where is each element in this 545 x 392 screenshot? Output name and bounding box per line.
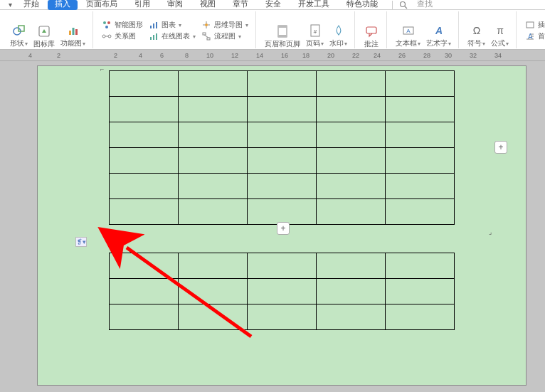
table-add-row-handle[interactable]: + bbox=[277, 222, 290, 235]
svg-rect-19 bbox=[156, 33, 157, 40]
menu-bar: ▾ 开始 插入 页面布局 引用 审阅 视图 章节 安全 开发工具 特色功能 查找 bbox=[0, 0, 545, 10]
page-number-button[interactable]: # 页码 bbox=[303, 13, 327, 48]
insert-attachment-button[interactable]: 插入附件 bbox=[525, 20, 545, 30]
svg-rect-16 bbox=[156, 22, 157, 28]
tab-references[interactable]: 引用 bbox=[126, 0, 159, 10]
table-row bbox=[110, 253, 455, 279]
svg-text:Ω: Ω bbox=[472, 25, 480, 36]
attachment-icon bbox=[525, 20, 535, 30]
page-number-label: 页码 bbox=[306, 39, 324, 48]
dropcap-button[interactable]: A首字下 bbox=[525, 31, 545, 41]
svg-rect-29 bbox=[278, 26, 287, 28]
search-input[interactable]: 查找 bbox=[408, 0, 441, 10]
table-row bbox=[110, 148, 455, 174]
tab-start[interactable]: 开始 bbox=[15, 0, 48, 10]
online-chart-icon bbox=[149, 31, 159, 41]
chart-button[interactable]: 图表 bbox=[149, 20, 196, 30]
svg-point-0 bbox=[401, 1, 406, 6]
text-cursor bbox=[112, 234, 112, 245]
wordart-button[interactable]: A 艺术字 bbox=[423, 13, 454, 48]
chart-icon bbox=[149, 20, 159, 30]
symbol-icon: Ω bbox=[470, 23, 484, 38]
header-footer-label: 页眉和页脚 bbox=[265, 40, 300, 48]
corner-marker-tl: ⌐ bbox=[100, 65, 109, 74]
shapes-button[interactable]: 形状 bbox=[7, 13, 31, 48]
textbox-label: 文本框 bbox=[396, 39, 420, 48]
wordart-label: 艺术字 bbox=[426, 39, 451, 48]
svg-text:A: A bbox=[406, 28, 411, 34]
svg-line-1 bbox=[405, 6, 407, 9]
flowchart-button[interactable]: 流程图 bbox=[201, 31, 248, 41]
paragraph-options-button[interactable]: ❡▾ bbox=[75, 237, 87, 247]
table-1[interactable] bbox=[109, 70, 455, 225]
tab-insert[interactable]: 插入 bbox=[48, 0, 78, 10]
table-row bbox=[110, 71, 455, 97]
online-chart-button[interactable]: 在线图表 bbox=[149, 31, 196, 41]
tab-special[interactable]: 特色功能 bbox=[338, 0, 386, 10]
mindmap-button[interactable]: 思维导图 bbox=[201, 20, 248, 30]
watermark-icon bbox=[332, 23, 346, 38]
function-chart-button[interactable]: 功能图 bbox=[58, 13, 88, 48]
watermark-button[interactable]: 水印 bbox=[327, 13, 350, 48]
ribbon-group-shapes: 形状 图标库 功能图 bbox=[3, 11, 93, 48]
svg-line-27 bbox=[204, 35, 208, 38]
tab-security[interactable]: 安全 bbox=[257, 0, 290, 10]
search-icon[interactable] bbox=[398, 0, 408, 10]
table-row bbox=[110, 97, 455, 122]
svg-point-10 bbox=[105, 26, 108, 28]
svg-point-20 bbox=[205, 23, 208, 26]
ribbon-group-attach: 插入附件 A首字下 bbox=[518, 11, 545, 48]
svg-rect-17 bbox=[150, 37, 152, 40]
shapes-label: 形状 bbox=[10, 39, 28, 48]
table-2[interactable] bbox=[109, 253, 455, 330]
svg-rect-39 bbox=[527, 22, 534, 28]
svg-text:π: π bbox=[497, 25, 504, 36]
mindmap-icon bbox=[201, 20, 211, 30]
header-footer-button[interactable]: 页眉和页脚 bbox=[262, 13, 303, 48]
table-row bbox=[110, 279, 455, 304]
table-add-column-handle[interactable]: + bbox=[494, 141, 507, 154]
svg-text:#: # bbox=[313, 28, 317, 35]
vertical-ruler[interactable] bbox=[0, 61, 11, 392]
textbox-button[interactable]: A 文本框 bbox=[393, 13, 423, 48]
svg-rect-33 bbox=[366, 27, 376, 33]
icon-library-icon bbox=[37, 24, 51, 38]
ribbon-group-charts: 智能图形 关系图 图表 在线图表 思维导图 流程图 bbox=[95, 11, 256, 48]
comment-label: 批注 bbox=[364, 40, 379, 48]
table-row bbox=[110, 304, 455, 330]
tab-page-layout[interactable]: 页面布局 bbox=[78, 0, 126, 10]
comment-button[interactable]: 批注 bbox=[361, 13, 382, 48]
file-menu-dropdown[interactable]: ▾ bbox=[6, 1, 15, 9]
document-area: ⌐ ⌟ ❡▾ bbox=[0, 61, 545, 392]
smart-art-button[interactable]: 智能图形 bbox=[102, 20, 143, 30]
ribbon-group-text: A 文本框 A 艺术字 bbox=[388, 11, 459, 48]
separator bbox=[392, 1, 393, 9]
icon-library-label: 图标库 bbox=[33, 40, 55, 48]
svg-rect-14 bbox=[150, 26, 152, 28]
tab-dev-tools[interactable]: 开发工具 bbox=[290, 0, 338, 10]
tab-view[interactable]: 视图 bbox=[191, 0, 224, 10]
comment-icon bbox=[364, 24, 379, 38]
ribbon-group-symbols: Ω 符号 π 公式 bbox=[460, 11, 517, 48]
symbol-button[interactable]: Ω 符号 bbox=[465, 13, 488, 48]
svg-rect-26 bbox=[207, 38, 210, 40]
svg-rect-25 bbox=[203, 33, 206, 35]
equation-icon: π bbox=[493, 23, 507, 38]
svg-rect-30 bbox=[278, 35, 287, 37]
svg-point-12 bbox=[108, 35, 111, 38]
svg-rect-5 bbox=[69, 31, 71, 35]
icon-library-button[interactable]: 图标库 bbox=[31, 13, 58, 48]
horizontal-ruler[interactable]: 4 2 2 4 6 8 10 12 14 16 18 20 22 24 26 2… bbox=[0, 50, 545, 61]
svg-rect-7 bbox=[75, 29, 78, 35]
relation-chart-button[interactable]: 关系图 bbox=[102, 31, 143, 41]
smart-art-icon bbox=[102, 20, 112, 30]
tab-review[interactable]: 审阅 bbox=[159, 0, 191, 10]
flowchart-icon bbox=[201, 31, 211, 41]
equation-label: 公式 bbox=[491, 39, 509, 48]
symbol-label: 符号 bbox=[467, 39, 485, 48]
svg-rect-15 bbox=[153, 23, 154, 28]
tab-sections[interactable]: 章节 bbox=[224, 0, 257, 10]
page-number-icon: # bbox=[308, 23, 322, 38]
relation-icon bbox=[102, 31, 112, 41]
equation-button[interactable]: π 公式 bbox=[488, 13, 512, 48]
